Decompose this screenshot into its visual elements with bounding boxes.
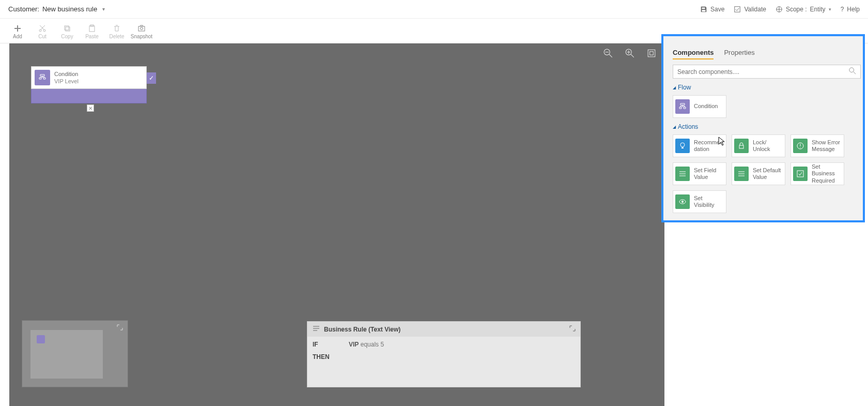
cut-button[interactable]: Cut [30, 22, 55, 41]
component-show-error[interactable]: Show Error Message [791, 134, 844, 157]
validate-button[interactable]: Validate [734, 6, 766, 13]
add-button[interactable]: Add [5, 22, 30, 41]
condition-subtitle: VIP Level [54, 78, 79, 85]
eye-icon [675, 194, 690, 209]
svg-rect-18 [650, 52, 654, 55]
text-view-body: IF VIP equals 5 THEN [307, 337, 580, 370]
panel-tabs: Components Properties [671, 49, 863, 65]
component-set-field-value[interactable]: Set Field Value [673, 162, 726, 185]
scope-selector[interactable]: Scope : Entity ▾ [776, 6, 831, 13]
delete-button[interactable]: Delete [104, 22, 129, 41]
fit-icon[interactable] [647, 49, 656, 58]
copy-label: Copy [61, 34, 73, 39]
canvas-tools [603, 49, 656, 58]
mouse-cursor-icon [718, 137, 725, 146]
paste-button[interactable]: Paste [80, 22, 104, 41]
condition-title: Condition [54, 70, 79, 78]
validate-label: Validate [744, 6, 766, 13]
component-condition[interactable]: Condition [673, 95, 726, 118]
svg-point-9 [141, 27, 143, 29]
if-keyword: IF [313, 341, 318, 348]
text-view-panel: Business Rule (Text View) IF VIP equals … [307, 321, 581, 387]
snapshot-button[interactable]: Snapshot [129, 22, 154, 41]
component-set-business-required[interactable]: Set Business Required [791, 162, 844, 185]
chevron-down-icon[interactable]: ▾ [102, 6, 105, 12]
svg-point-2 [39, 29, 41, 32]
svg-point-3 [43, 29, 45, 32]
zoom-in-icon[interactable] [625, 49, 634, 58]
collapse-icon: ◢ [673, 85, 676, 90]
svg-line-20 [854, 72, 856, 74]
entity-label: Customer: [8, 5, 39, 13]
copy-icon [63, 24, 71, 33]
svg-rect-6 [89, 26, 95, 32]
search-icon[interactable] [849, 67, 856, 76]
chevron-down-icon: ▾ [829, 7, 831, 12]
condition-body[interactable] [31, 89, 147, 103]
search-components[interactable] [673, 65, 861, 79]
search-input[interactable] [677, 68, 849, 76]
component-lock-unlock[interactable]: Lock/ Unlock [732, 134, 785, 157]
validate-icon [734, 6, 741, 13]
scope-label: Scope : [786, 6, 807, 13]
delete-label: Delete [110, 34, 125, 39]
condition-valid-icon: ✓ [147, 72, 156, 84]
header-actions: Save Validate Scope : Entity ▾ ? Help [700, 6, 860, 13]
then-keyword: THEN [313, 353, 330, 360]
paste-label: Paste [85, 34, 99, 39]
component-set-visibility[interactable]: Set Visibility [673, 190, 726, 213]
svg-rect-5 [66, 27, 70, 31]
save-button[interactable]: Save [700, 6, 724, 13]
header-bar: Customer: New business rule ▾ Save Valid… [0, 0, 868, 19]
minimap[interactable] [22, 320, 128, 387]
add-label: Add [13, 34, 22, 39]
help-button[interactable]: ? Help [841, 6, 860, 13]
text-view-icon [313, 325, 320, 334]
svg-point-26 [681, 201, 684, 203]
snapshot-label: Snapshot [131, 34, 152, 39]
lock-icon [734, 139, 749, 153]
field-icon [675, 167, 690, 181]
default-icon [734, 167, 749, 181]
condition-header[interactable]: Condition VIP Level ✓ [31, 66, 147, 89]
condition-icon [675, 99, 690, 114]
tab-components[interactable]: Components [673, 49, 714, 59]
cut-label: Cut [38, 34, 47, 39]
group-flow[interactable]: ◢Flow [673, 84, 861, 91]
svg-line-11 [609, 54, 612, 57]
scope-icon [776, 6, 783, 13]
expand-icon[interactable] [116, 324, 123, 331]
condition-node[interactable]: Condition VIP Level ✓ ✕ [31, 66, 147, 99]
main-area: Condition VIP Level ✓ ✕ Business Rule (T… [0, 43, 868, 406]
svg-rect-24 [797, 171, 803, 177]
tab-properties[interactable]: Properties [724, 49, 754, 59]
scope-value: Entity [810, 6, 826, 13]
minimap-node [37, 335, 45, 343]
rule-name: New business rule [42, 5, 97, 13]
svg-point-21 [680, 143, 685, 147]
copy-button[interactable]: Copy [55, 22, 80, 41]
component-set-default-value[interactable]: Set Default Value [732, 162, 785, 185]
svg-rect-17 [648, 50, 655, 57]
plus-icon [13, 24, 22, 33]
zoom-out-icon[interactable] [603, 49, 613, 58]
svg-rect-4 [65, 26, 69, 30]
svg-rect-0 [735, 6, 740, 12]
text-view-header[interactable]: Business Rule (Text View) [307, 322, 580, 337]
camera-icon [137, 24, 146, 33]
required-icon [793, 167, 808, 181]
condition-icon [35, 70, 50, 85]
expand-icon[interactable] [569, 325, 576, 332]
breadcrumb[interactable]: Customer: New business rule ▾ [8, 5, 105, 13]
text-view-title: Business Rule (Text View) [324, 326, 400, 333]
collapse-icon[interactable]: ✕ [87, 104, 94, 112]
help-label: Help [847, 6, 860, 13]
group-actions[interactable]: ◢Actions [673, 123, 861, 130]
svg-line-14 [631, 54, 634, 57]
lightbulb-icon [675, 139, 690, 153]
save-icon [700, 6, 707, 13]
condition-text: Condition VIP Level [54, 70, 79, 85]
error-icon [793, 139, 808, 153]
text-view-then: THEN [313, 353, 575, 360]
design-canvas[interactable]: Condition VIP Level ✓ ✕ Business Rule (T… [9, 43, 664, 406]
